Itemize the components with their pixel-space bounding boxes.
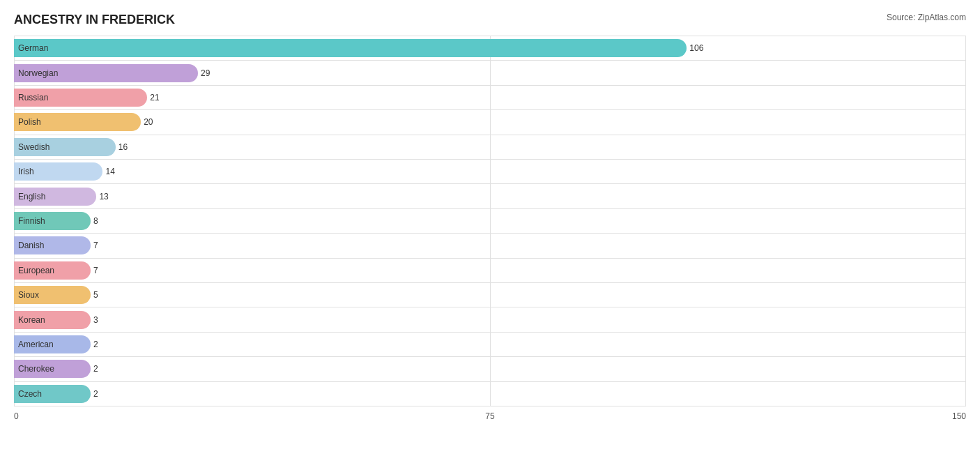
bar: Danish7 — [14, 236, 91, 254]
bar: Norwegian29 — [14, 64, 198, 82]
bar-wrapper: Danish7 — [14, 235, 966, 256]
chart-header: ANCESTRY IN FREDERICK Source: ZipAtlas.c… — [14, 13, 966, 27]
bar-value: 3 — [93, 315, 98, 325]
bar: Korean3 — [14, 311, 91, 329]
bar: Czech2 — [14, 385, 91, 403]
bar-row: Korean3 — [14, 307, 966, 332]
bar-wrapper: German106 — [14, 38, 966, 59]
bar-value: 7 — [93, 241, 98, 250]
bar-wrapper: Polish20 — [14, 112, 966, 132]
bar: Sioux5 — [14, 286, 91, 304]
bar-row: Czech2 — [14, 382, 966, 406]
chart-area: German106Norwegian29Russian21Polish20Swe… — [14, 36, 966, 426]
bar: German106 — [14, 39, 687, 57]
bar-row: Polish20 — [14, 110, 966, 135]
bar-row: Irish14 — [14, 160, 966, 184]
bar: Cherokee2 — [14, 360, 91, 378]
bar-wrapper: Cherokee2 — [14, 358, 966, 379]
bar: Finnish8 — [14, 212, 91, 230]
bar-value: 13 — [99, 192, 108, 201]
bar-value: 2 — [93, 340, 98, 349]
bar-row: European7 — [14, 259, 966, 283]
bar-row: Danish7 — [14, 234, 966, 258]
chart-container: ANCESTRY IN FREDERICK Source: ZipAtlas.c… — [0, 0, 980, 449]
bar-row: American2 — [14, 333, 966, 357]
bar-wrapper: Norwegian29 — [14, 62, 966, 83]
bar: Russian21 — [14, 89, 147, 107]
bar-wrapper: American2 — [14, 334, 966, 355]
bar-value: 2 — [93, 364, 98, 374]
bar-wrapper: English13 — [14, 185, 966, 206]
bar-row: English13 — [14, 184, 966, 208]
bar-row: Swedish16 — [14, 135, 966, 160]
bar: Polish20 — [14, 113, 141, 131]
bar-wrapper: Finnish8 — [14, 211, 966, 231]
bar-row: Sioux5 — [14, 283, 966, 307]
bar-value: 106 — [689, 43, 703, 53]
bars-section: German106Norwegian29Russian21Polish20Swe… — [14, 36, 966, 406]
bar-row: Norwegian29 — [14, 61, 966, 85]
chart-title: ANCESTRY IN FREDERICK — [14, 13, 175, 27]
bar-value: 5 — [93, 290, 98, 300]
bar-row: Finnish8 — [14, 209, 966, 234]
bar-row: German106 — [14, 36, 966, 61]
bar-row: Russian21 — [14, 86, 966, 110]
bar-row: Cherokee2 — [14, 357, 966, 381]
bar: Swedish16 — [14, 138, 116, 156]
bar-wrapper: Sioux5 — [14, 284, 966, 305]
bar: European7 — [14, 261, 91, 280]
bar-wrapper: European7 — [14, 260, 966, 281]
bar-wrapper: Czech2 — [14, 383, 966, 404]
bar-value: 8 — [93, 216, 98, 226]
bar-value: 21 — [150, 93, 159, 102]
bar-value: 14 — [105, 167, 114, 176]
bar-value: 20 — [144, 117, 153, 127]
bar-wrapper: Korean3 — [14, 309, 966, 330]
bar-value: 16 — [118, 142, 128, 152]
bar-value: 29 — [201, 68, 210, 78]
bar-value: 7 — [93, 266, 98, 275]
x-tick: 75 — [485, 411, 494, 421]
bar: Irish14 — [14, 162, 102, 181]
bar: English13 — [14, 188, 96, 206]
bar-wrapper: Irish14 — [14, 161, 966, 182]
bar: American2 — [14, 335, 91, 353]
x-tick: 150 — [952, 411, 966, 421]
bar-value: 2 — [93, 389, 98, 399]
bar-wrapper: Swedish16 — [14, 137, 966, 158]
x-tick: 0 — [14, 411, 19, 421]
chart-source: Source: ZipAtlas.com — [887, 13, 966, 22]
bar-wrapper: Russian21 — [14, 87, 966, 108]
x-axis: 075150 — [14, 406, 966, 426]
